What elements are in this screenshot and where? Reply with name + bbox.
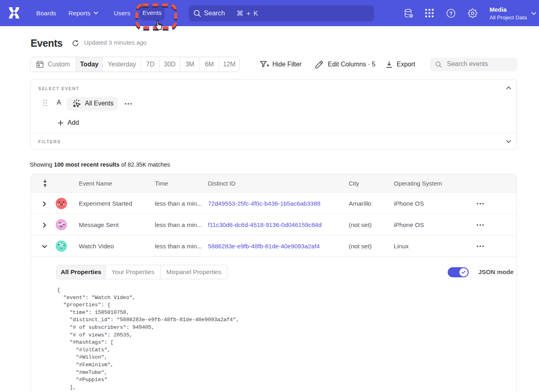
svg-text:?: ?: [449, 10, 453, 17]
